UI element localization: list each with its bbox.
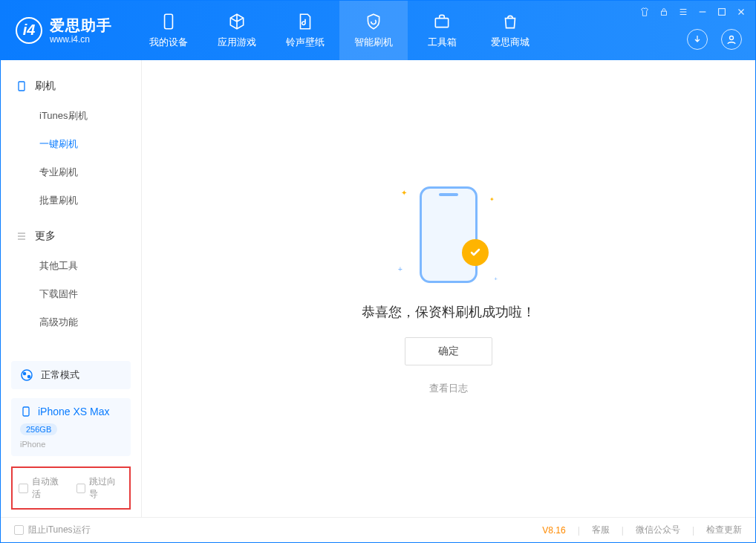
check-label: 自动激活 [32,475,66,501]
sidebar-item-batch-flash[interactable]: 批量刷机 [1,186,141,215]
main-content: ✦ ✦ + + 恭喜您，保资料刷机成功啦！ 确定 查看日志 [142,60,755,517]
device-name-row: iPhone XS Max [20,406,110,417]
bag-icon [501,12,520,31]
app-window: i4 爱思助手 www.i4.cn 我的设备 应用游戏 铃声壁纸 智能刷机 [0,0,756,543]
checkbox-icon [14,525,24,535]
sparkle-icon: + [494,276,498,282]
divider: | [692,525,694,536]
checkbox-icon [76,484,86,493]
briefcase-icon [432,12,452,31]
success-illustration: ✦ ✦ + + [397,183,501,287]
customer-service-link[interactable]: 客服 [592,524,610,536]
section-label: 刷机 [35,79,56,93]
nav-tabs: 我的设备 应用游戏 铃声壁纸 智能刷机 工具箱 爱思商城 [134,1,544,60]
download-icon [691,33,703,45]
header: i4 爱思助手 www.i4.cn 我的设备 应用游戏 铃声壁纸 智能刷机 [1,1,755,60]
sidebar-item-other-tools[interactable]: 其他工具 [1,252,141,280]
divider: | [622,525,624,536]
svg-point-4 [730,36,734,40]
tab-label: 应用游戏 [218,36,256,49]
svg-point-7 [24,373,26,375]
tab-toolbox[interactable]: 工具箱 [408,1,476,60]
svg-rect-2 [662,11,667,15]
svg-point-8 [28,376,30,378]
mode-block[interactable]: 正常模式 [11,361,131,389]
device-capacity: 256GB [20,423,57,435]
app-title: 爱思助手 [50,16,112,34]
svg-rect-1 [435,19,448,27]
svg-point-6 [22,370,32,380]
phone-icon [159,12,178,31]
list-icon [16,230,27,242]
header-actions [687,29,742,50]
check-label: 跳过向导 [89,475,123,501]
lock-icon[interactable] [659,7,669,17]
device-block[interactable]: iPhone XS Max 256GB iPhone [11,398,131,456]
svg-rect-3 [719,9,726,16]
tab-store[interactable]: 爱思商城 [476,1,544,60]
logo-area: i4 爱思助手 www.i4.cn [1,16,127,45]
app-url: www.i4.cn [50,34,112,45]
logo-icon: i4 [16,17,42,44]
tab-label: 智能刷机 [354,36,393,49]
footer: 阻止iTunes运行 V8.16 | 客服 | 微信公众号 | 检查更新 [1,517,755,542]
mode-label: 正常模式 [41,368,79,382]
maximize-icon[interactable] [717,7,727,17]
device-name: iPhone XS Max [38,406,110,417]
user-button[interactable] [721,29,742,50]
tab-ringtone-wallpaper[interactable]: 铃声壁纸 [271,1,339,60]
tab-apps-games[interactable]: 应用游戏 [203,1,271,60]
minimize-icon[interactable] [697,7,708,17]
tab-smart-flash[interactable]: 智能刷机 [339,1,408,60]
user-icon [726,33,737,45]
view-log-link[interactable]: 查看日志 [429,382,468,395]
device-type: iPhone [20,440,45,449]
success-message: 恭喜您，保资料刷机成功啦！ [362,303,535,321]
sparkle-icon: + [398,265,403,273]
phone-small-icon [20,406,32,417]
sparkle-icon: ✦ [401,189,407,197]
device-icon [16,80,27,92]
sidebar-checks-highlight: 自动激活 跳过向导 [11,466,131,510]
ok-button[interactable]: 确定 [405,337,492,365]
svg-rect-5 [19,82,25,91]
section-label: 更多 [35,230,56,243]
tab-label: 工具箱 [428,36,457,49]
sidebar-item-advanced[interactable]: 高级功能 [1,308,141,336]
tab-label: 爱思商城 [491,36,529,49]
tab-label: 铃声壁纸 [286,36,325,49]
sidebar-item-download-firmware[interactable]: 下载固件 [1,280,141,308]
music-file-icon [296,12,315,31]
svg-rect-9 [23,407,29,416]
sidebar-item-one-click-flash[interactable]: 一键刷机 [1,130,141,158]
tab-my-device[interactable]: 我的设备 [134,1,203,60]
version-label: V8.16 [542,525,565,536]
sidebar-item-itunes-flash[interactable]: iTunes刷机 [1,102,141,130]
sparkle-icon: ✦ [489,196,495,203]
wechat-link[interactable]: 微信公众号 [636,524,680,536]
checkmark-icon [468,245,483,260]
check-update-link[interactable]: 检查更新 [706,524,742,536]
footer-right: V8.16 | 客服 | 微信公众号 | 检查更新 [542,524,742,536]
shield-refresh-icon [364,12,383,31]
sidebar: 刷机 iTunes刷机 一键刷机 专业刷机 批量刷机 更多 其他工具 下载固件 … [1,60,142,517]
tshirt-icon[interactable] [639,7,650,17]
mode-icon [20,368,33,382]
checkbox-icon [19,484,28,493]
window-controls [639,7,746,17]
sidebar-section-flash: 刷机 [1,74,141,102]
sidebar-section-more: 更多 [1,224,141,252]
svg-rect-0 [165,14,173,29]
footer-block-itunes-label: 阻止iTunes运行 [28,524,91,536]
check-auto-activate[interactable]: 自动激活 [19,475,66,501]
tab-label: 我的设备 [149,36,188,49]
menu-icon[interactable] [678,7,688,17]
check-skip-guide[interactable]: 跳过向导 [76,475,124,501]
download-button[interactable] [687,29,708,50]
divider: | [578,525,580,536]
sidebar-item-pro-flash[interactable]: 专业刷机 [1,158,141,186]
phone-outline-icon [420,186,478,283]
footer-block-itunes[interactable]: 阻止iTunes运行 [14,524,91,536]
logo-text: 爱思助手 www.i4.cn [50,16,112,45]
close-icon[interactable] [736,7,746,17]
